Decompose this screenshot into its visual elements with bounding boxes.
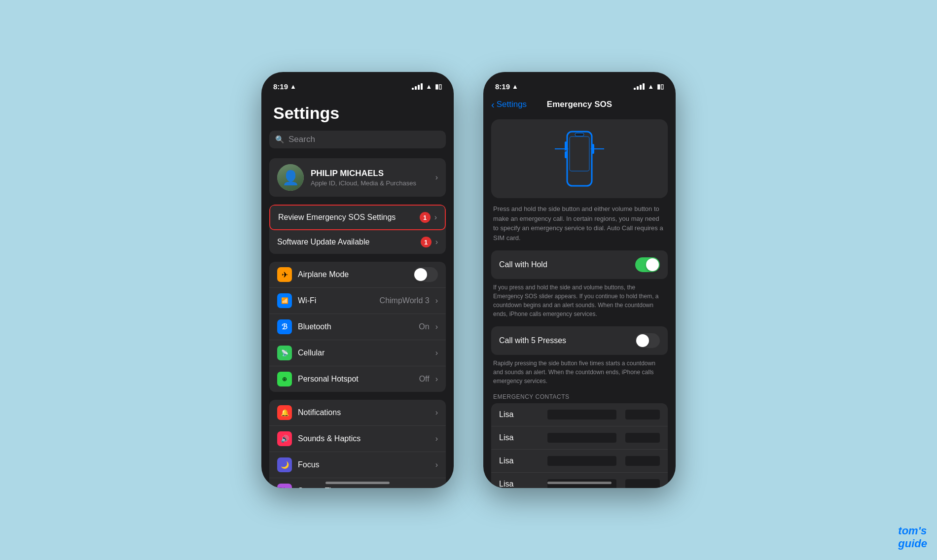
notifications-row[interactable]: 🔔 Notifications › [269,400,446,425]
profile-name: PHILIP MICHAELS [311,169,429,178]
bluetooth-label: Bluetooth [298,322,413,331]
back-chevron-icon: ‹ [491,99,495,110]
review-sos-row[interactable]: Review Emergency SOS Settings 1 › [269,205,446,230]
focus-chevron: › [435,460,438,469]
cellular-row[interactable]: 📡 Cellular › [269,340,446,366]
call-5-presses-desc: Rapidly pressing the side button five ti… [491,359,668,385]
contact-redacted-2b [625,433,660,443]
sounds-icon: 🔊 [277,431,292,446]
hotspot-icon: ⊕ [277,372,292,386]
profile-subtitle: Apple ID, iCloud, Media & Purchases [311,179,429,187]
screen-time-icon: ⏱ [277,484,292,488]
home-indicator-left [325,482,390,484]
wifi-icon: ▲ [426,83,432,90]
battery-icon: ▮▯ [435,83,442,90]
review-sos-chevron: › [434,213,437,222]
battery-icon-right: ▮▯ [657,83,664,90]
time-left: 8:19 [273,82,288,91]
call-5-presses-label: Call with 5 Presses [499,336,635,345]
contact-redacted-1b [625,410,660,420]
hotspot-chevron: › [435,375,438,384]
back-button[interactable]: ‹ Settings [491,99,527,110]
wifi-row[interactable]: 📶 Wi-Fi ChimpWorld 3 › [269,287,446,314]
sos-main-description: Press and hold the side button and eithe… [491,204,668,243]
toms-guide-line1: tom's [898,525,927,537]
contact-row-1[interactable]: Lisa [491,403,668,426]
call-with-hold-label: Call with Hold [499,260,635,269]
airplane-toggle[interactable] [413,267,438,282]
profile-row[interactable]: PHILIP MICHAELS Apple ID, iCloud, Media … [269,158,446,197]
contact-row-2[interactable]: Lisa [491,426,668,449]
wifi-icon-right: ▲ [648,83,654,90]
airplane-label: Airplane Mode [298,270,407,279]
contact-redacted-4b [625,479,660,488]
toms-guide-watermark: tom's guide [898,525,927,550]
contact-name-1: Lisa [499,410,541,419]
home-indicator-right [547,482,612,484]
sos-content: ‹ Settings Emergency SOS [483,94,676,488]
review-sos-badge: 1 [420,212,431,223]
nav-title: Emergency SOS [547,100,612,109]
svg-rect-0 [567,132,592,186]
profile-chevron: › [435,173,438,182]
wifi-value: ChimpWorld 3 [380,296,430,305]
svg-rect-9 [575,133,584,136]
search-placeholder: Search [288,135,315,144]
cellular-chevron: › [435,349,438,357]
nav-bar: ‹ Settings Emergency SOS [483,94,676,115]
software-update-row[interactable]: Software Update Available 1 › [269,230,446,254]
status-time-left: 8:19 ▲ [273,82,296,91]
emergency-contacts-label: EMERGENCY CONTACTS [491,393,668,400]
focus-row[interactable]: 🌙 Focus › [269,452,446,478]
hotspot-label: Personal Hotspot [298,375,413,384]
cellular-icon: 📡 [277,346,292,360]
contact-row-4[interactable]: Lisa [491,472,668,488]
back-label: Settings [497,100,527,109]
left-phone: 8:19 ▲ ▲ ▮▯ Settings 🔍 Search PHILIP M [261,72,454,488]
call-5-presses-toggle[interactable] [635,333,660,348]
phone-illustration [491,119,668,198]
notifications-label: Notifications [298,408,430,417]
review-sos-label: Review Emergency SOS Settings [278,213,420,222]
bluetooth-value: On [419,322,429,331]
profile-info: PHILIP MICHAELS Apple ID, iCloud, Media … [311,169,429,187]
call-with-hold-row: Call with Hold [491,250,668,279]
sos-scroll: Press and hold the side button and eithe… [483,115,676,488]
contact-name-2: Lisa [499,433,541,442]
wifi-chevron: › [435,296,438,305]
bluetooth-chevron: › [435,322,438,331]
airplane-mode-row[interactable]: ✈ Airplane Mode [269,262,446,287]
search-bar[interactable]: 🔍 Search [269,131,446,148]
notifications-chevron: › [435,408,438,417]
wifi-label: Wi-Fi [298,296,374,305]
call-with-hold-desc: If you press and hold the side and volum… [491,283,668,318]
sounds-chevron: › [435,434,438,443]
signal-icon [412,83,423,90]
avatar [277,164,304,191]
bluetooth-row[interactable]: ℬ Bluetooth On › [269,314,446,340]
software-update-badge: 1 [421,237,432,247]
right-status-bar: 8:19 ▲ ▲ ▮▯ [483,72,676,94]
svg-rect-8 [570,137,589,171]
contact-redacted-3b [625,456,660,466]
bluetooth-icon: ℬ [277,319,292,334]
call-with-hold-toggle[interactable] [635,257,660,272]
status-icons-right: ▲ ▮▯ [634,83,664,90]
right-phone: 8:19 ▲ ▲ ▮▯ ‹ Settings Emergency SOS [483,72,676,488]
notifications-icon: 🔔 [277,405,292,420]
settings-content: Settings 🔍 Search PHILIP MICHAELS Apple … [261,94,454,488]
connectivity-group: ✈ Airplane Mode 📶 Wi-Fi ChimpWorld 3 › ℬ… [269,262,446,392]
settings-title: Settings [269,94,446,131]
call-5-presses-row: Call with 5 Presses [491,326,668,355]
hotspot-row[interactable]: ⊕ Personal Hotspot Off › [269,366,446,392]
cellular-label: Cellular [298,349,430,357]
airplane-icon: ✈ [277,267,292,282]
software-update-chevron: › [435,238,438,246]
contact-row-3[interactable]: Lisa [491,449,668,472]
screen-time-label: Screen Time [298,487,430,488]
location-icon-right: ▲ [512,83,518,90]
status-icons-left: ▲ ▮▯ [412,83,442,90]
focus-icon: 🌙 [277,457,292,472]
notifications-settings-group: 🔔 Notifications › 🔊 Sounds & Haptics › 🌙… [269,400,446,488]
sounds-row[interactable]: 🔊 Sounds & Haptics › [269,425,446,452]
